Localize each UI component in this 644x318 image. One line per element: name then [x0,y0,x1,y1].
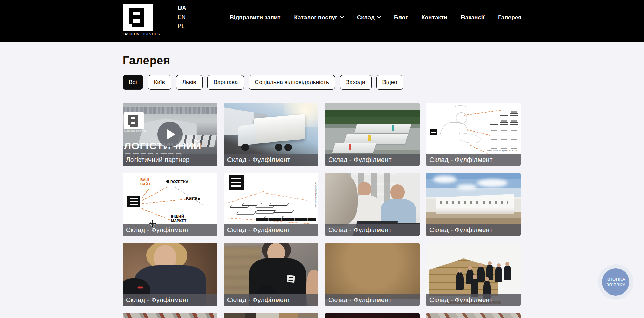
gallery-tile-photo[interactable]: Склад - Фулфілмент [123,243,217,306]
fl-logo-icon [123,4,153,31]
fl-logo-icon [229,175,244,190]
tile-caption: Склад - Фулфілмент [426,154,521,166]
tile-caption: Склад - Фулфілмент [325,294,420,306]
tile-caption: Склад - Фулфілмент [123,224,217,236]
gallery-tile-video[interactable]: FASHIONLOGISTICS ЛОГІСТИЧНИЙ ОПЕРАТОР Ло… [123,103,217,166]
tile-caption: Склад - Фулфілмент [224,154,318,166]
tile-caption: Логістичний партнер [123,154,217,166]
fl-logo-patch [287,275,295,283]
chevron-down-icon [377,14,381,18]
rack-icons [490,106,518,150]
gallery-tile-diagram[interactable]: ВАШ САЙТ ROZETKA Kasta ІНШИЙ МАРКЕТ Скла… [123,173,217,236]
nav-send-request[interactable]: Відправити запит [230,14,280,21]
fl-logo-icon [127,196,140,207]
chevron-down-icon [340,14,344,18]
your-site-label: ВАШ САЙТ [140,178,154,186]
tile-caption: Склад - Фулфілмент [426,294,521,306]
gallery-tile-photo[interactable]: Склад - Фулфілмент [426,243,521,306]
gallery-tile-photo[interactable]: Склад - Фулфілмент [325,103,420,166]
site-logo[interactable]: FASHIONLOGISTICS [123,4,154,36]
lang-pl[interactable]: PL [178,23,186,29]
filter-all[interactable]: Всі [123,75,143,90]
mouse-cursor [149,220,156,229]
other-market-label: ІНШИЙ МАРКЕТ [171,214,191,223]
brand-name: FASHIONLOGISTICS [123,32,154,36]
nav-blog[interactable]: Блог [394,14,408,21]
gallery-tile-photo[interactable]: Склад - Фулфілмент [224,243,318,306]
people-photo [358,182,371,197]
website-url: www.fashionlogistics.com.ua [315,182,317,207]
gallery-tile-diagram[interactable]: www.fashionlogistics.com.ua Склад - Фулф… [426,103,521,166]
website-url: www.fashionlogistics.com.ua [487,149,517,152]
kasta-icon [198,198,200,200]
tile-caption: Склад - Фулфілмент [123,294,217,306]
truck-photo [254,114,305,144]
gallery-filters: Всі Київ Львів Варшава Соціальна відпові… [123,75,521,90]
filter-kyiv[interactable]: Київ [148,75,171,90]
play-icon[interactable] [157,122,183,147]
lang-en[interactable]: EN [178,14,186,20]
gallery-tile-photo[interactable]: Склад - Фулфілмент [224,103,318,166]
page-title: Галерея [123,54,521,67]
nav-contacts[interactable]: Контакти [421,14,447,21]
language-switcher: UA EN PL [178,5,186,29]
gallery-tile-photo[interactable]: Склад - Фулфілмент [426,173,521,236]
rozetka-label: ROZETKA [166,180,188,184]
nav-warehouse[interactable]: Склад [357,14,380,21]
aerial-warehouse-photo [354,124,411,133]
gallery-tile-photo[interactable] [325,313,420,318]
tile-caption: Склад - Фулфілмент [426,224,521,236]
fl-logo-watermark-icon: FASHIONLOGISTICS [124,112,146,132]
tile-caption: Склад - Фулфілмент [224,294,318,306]
gallery-tile-diagram[interactable]: www.fashionlogistics.com.ua Склад - Фулф… [224,173,318,236]
nav-services-catalog[interactable]: Каталог послуг [294,14,343,21]
fl-logo-icon [430,129,437,135]
filter-events[interactable]: Заходи [340,75,372,90]
gallery-tile-photo[interactable] [224,313,318,318]
tile-caption: Склад - Фулфілмент [325,224,420,236]
gallery-tile-photo[interactable] [426,313,521,318]
gallery-tile-photo[interactable]: Склад - Фулфілмент [325,173,420,236]
tile-caption: Склад - Фулфілмент [325,154,420,166]
filter-social-responsibility[interactable]: Соціальна відповідальність [249,75,335,90]
main-nav: Відправити запит Каталог послуг Склад Бл… [230,14,521,21]
gallery-tile-photo[interactable]: Склад - Фулфілмент [325,243,420,306]
filter-video[interactable]: Відео [376,75,404,90]
contact-button[interactable]: КНОПКА ЗВ'ЯЗКУ [598,264,633,300]
lang-ua[interactable]: UA [178,5,186,12]
filter-warsaw[interactable]: Варшава [207,75,244,90]
gallery-tile-photo[interactable] [123,313,217,318]
filter-lviv[interactable]: Львів [176,75,203,90]
tile-caption: Склад - Фулфілмент [224,224,318,236]
rozetka-icon [166,180,169,183]
nav-vacancies[interactable]: Вакансії [461,14,484,21]
site-header: FASHIONLOGISTICS UA EN PL Відправити зап… [0,0,644,42]
nav-gallery[interactable]: Галерея [498,14,521,21]
gallery-grid: FASHIONLOGISTICS ЛОГІСТИЧНИЙ ОПЕРАТОР Ло… [123,103,521,318]
